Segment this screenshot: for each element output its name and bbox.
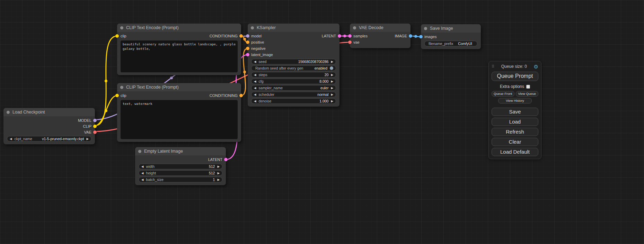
increment-arrow-icon[interactable]: ▶ — [86, 137, 89, 141]
input-label-samples: samples — [353, 34, 368, 38]
node-ksampler[interactable]: KSampler model LATENT positive negative … — [248, 24, 339, 107]
decrement-arrow-icon[interactable]: ◀ — [254, 60, 256, 63]
input-port-vae[interactable] — [348, 40, 352, 44]
increment-arrow-icon[interactable]: ▶ — [331, 60, 333, 63]
node-load-checkpoint[interactable]: Load Checkpoint MODEL CLIP VAE ◀ ckpt_na… — [3, 108, 95, 144]
output-port-image[interactable] — [409, 34, 412, 38]
widget-label: denoise — [259, 99, 272, 103]
prompt-textarea[interactable]: text, watermark — [121, 100, 238, 139]
save-button[interactable]: Save — [492, 108, 538, 116]
drag-handle-icon[interactable]: ⠿ — [492, 64, 494, 69]
node-clip-text-encode-positive[interactable]: CLIP Text Encode (Prompt) clip CONDITION… — [117, 24, 241, 75]
queue-menu-panel[interactable]: ⠿ Queue size: 0 ⚙ Queue Prompt Extra opt… — [488, 61, 541, 159]
decrement-arrow-icon[interactable]: ◀ — [254, 73, 256, 76]
toggle-knob-icon[interactable] — [330, 66, 333, 70]
clear-button[interactable]: Clear — [492, 138, 538, 146]
widget-label: Random seed after every gen — [255, 66, 303, 70]
increment-arrow-icon[interactable]: ▶ — [331, 73, 333, 76]
node-title-bar[interactable]: CLIP Text Encode (Prompt) — [117, 83, 241, 91]
comfyui-node-graph-canvas[interactable]: { "colors": { "model": "#b39ddb", "clip"… — [0, 0, 644, 244]
view-history-button[interactable]: View History — [498, 98, 532, 103]
node-empty-latent-image[interactable]: Empty Latent Image LATENT ◀ width 512 ▶ … — [135, 147, 226, 185]
input-port-images[interactable] — [419, 35, 423, 38]
widget-value: enabled — [315, 66, 327, 70]
widget-seed[interactable]: ◀ seed 156680208700286 ▶ — [251, 59, 336, 64]
output-port-latent[interactable] — [338, 34, 341, 38]
queue-front-button[interactable]: Queue Front — [492, 91, 514, 97]
widget-value: 1 — [213, 178, 215, 182]
node-title-bar[interactable]: CLIP Text Encode (Prompt) — [117, 24, 241, 32]
collapse-toggle-icon[interactable] — [120, 26, 123, 29]
link-midpoint-dot — [243, 38, 246, 40]
widget-cfg[interactable]: ◀ cfg 8.000 ▶ — [251, 79, 336, 84]
widget-ckpt-name[interactable]: ◀ ckpt_name v1-5-pruned-emaonly.ckpt ▶ — [7, 136, 91, 142]
node-vae-decode[interactable]: VAE Decode samples IMAGE vae — [350, 24, 411, 48]
increment-arrow-icon[interactable]: ▶ — [331, 80, 333, 83]
widget-scheduler[interactable]: ◀ scheduler normal ▶ — [251, 92, 336, 97]
node-clip-text-encode-negative[interactable]: CLIP Text Encode (Prompt) clip CONDITION… — [117, 83, 241, 142]
widget-batch-size[interactable]: ◀ batch_size 1 ▶ — [139, 177, 222, 182]
input-port-negative[interactable] — [246, 47, 249, 50]
collapse-toggle-icon[interactable] — [424, 27, 427, 30]
output-port-latent[interactable] — [224, 158, 228, 161]
node-title-bar[interactable]: KSampler — [248, 24, 339, 32]
input-port-clip[interactable] — [115, 94, 119, 97]
input-label-images: images — [424, 35, 436, 39]
decrement-arrow-icon[interactable]: ◀ — [141, 165, 144, 168]
output-port-clip[interactable] — [93, 125, 97, 128]
increment-arrow-icon[interactable]: ▶ — [217, 172, 220, 175]
load-default-button[interactable]: Load Default — [492, 148, 538, 156]
decrement-arrow-icon[interactable]: ◀ — [254, 93, 256, 96]
widget-random-seed-toggle[interactable]: Random seed after every gen enabled — [251, 65, 336, 71]
input-port-model[interactable] — [246, 34, 249, 38]
prompt-textarea[interactable]: beautiful scenery nature glass bottle la… — [121, 40, 238, 72]
decrement-arrow-icon[interactable]: ◀ — [254, 80, 256, 83]
output-label-latent: LATENT — [322, 34, 336, 38]
collapse-toggle-icon[interactable] — [7, 111, 10, 114]
input-port-samples[interactable] — [348, 34, 352, 38]
load-button[interactable]: Load — [492, 118, 538, 126]
decrement-arrow-icon[interactable]: ◀ — [254, 87, 256, 90]
collapse-toggle-icon[interactable] — [120, 86, 123, 89]
decrement-arrow-icon[interactable]: ◀ — [10, 137, 12, 141]
decrement-arrow-icon[interactable]: ◀ — [141, 178, 144, 181]
increment-arrow-icon[interactable]: ▶ — [217, 178, 220, 181]
decrement-arrow-icon[interactable]: ◀ — [141, 172, 144, 175]
increment-arrow-icon[interactable]: ▶ — [331, 87, 333, 90]
input-port-clip[interactable] — [115, 34, 119, 38]
widget-steps[interactable]: ◀ steps 20 ▶ — [251, 72, 336, 78]
node-title: KSampler — [257, 25, 276, 30]
node-title-bar[interactable]: Empty Latent Image — [135, 147, 226, 155]
widget-sampler-name[interactable]: ◀ sampler_name euler ▶ — [251, 85, 336, 91]
widget-denoise[interactable]: ◀ denoise 1.000 ▶ — [251, 98, 336, 104]
collapse-toggle-icon[interactable] — [138, 150, 141, 153]
widget-value: v1-5-pruned-emaonly.ckpt — [42, 137, 84, 141]
collapse-toggle-icon[interactable] — [251, 26, 254, 29]
widget-height[interactable]: ◀ height 512 ▶ — [139, 170, 222, 176]
collapse-toggle-icon[interactable] — [353, 26, 356, 29]
widget-label: height — [146, 171, 156, 175]
view-queue-button[interactable]: View Queue — [516, 91, 539, 97]
input-port-positive[interactable] — [246, 40, 249, 44]
node-title-bar[interactable]: Load Checkpoint — [3, 108, 95, 116]
increment-arrow-icon[interactable]: ▶ — [217, 165, 220, 168]
refresh-button[interactable]: Refresh — [492, 128, 538, 136]
extra-options-checkbox[interactable] — [526, 85, 530, 89]
widget-filename-prefix[interactable]: filename_prefix ComfyUI — [424, 41, 477, 46]
widget-label: batch_size — [146, 178, 164, 182]
output-port-conditioning[interactable] — [239, 34, 243, 38]
widget-width[interactable]: ◀ width 512 ▶ — [139, 164, 222, 169]
output-port-conditioning[interactable] — [239, 94, 243, 97]
increment-arrow-icon[interactable]: ▶ — [331, 93, 333, 96]
output-label-image: IMAGE — [395, 34, 407, 38]
input-port-latent-image[interactable] — [246, 53, 249, 56]
node-title-bar[interactable]: Save Image — [421, 24, 481, 33]
settings-gear-icon[interactable]: ⚙ — [534, 64, 538, 69]
node-save-image[interactable]: Save Image images filename_prefix ComfyU… — [421, 24, 481, 49]
increment-arrow-icon[interactable]: ▶ — [331, 100, 333, 103]
decrement-arrow-icon[interactable]: ◀ — [254, 100, 256, 103]
output-port-model[interactable] — [93, 119, 97, 122]
node-title-bar[interactable]: VAE Decode — [350, 24, 411, 32]
queue-prompt-button[interactable]: Queue Prompt — [492, 72, 538, 81]
output-port-vae[interactable] — [93, 130, 97, 134]
